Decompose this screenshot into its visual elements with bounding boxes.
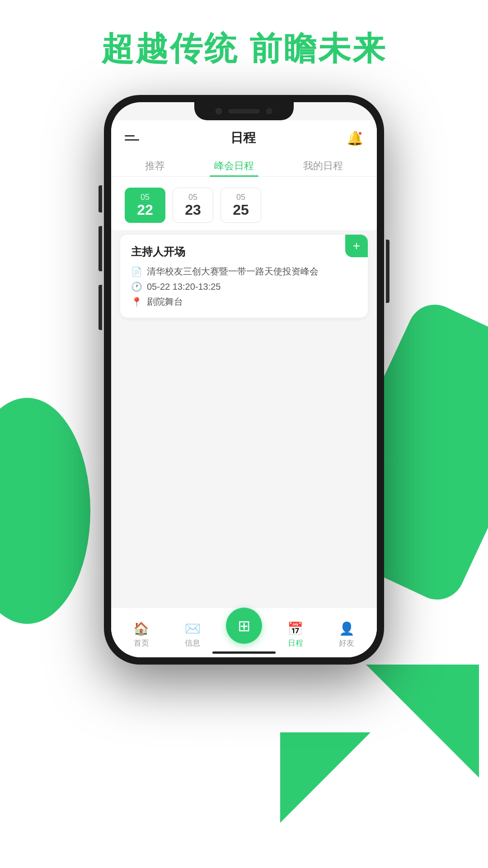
date-month-2: 05 bbox=[221, 193, 261, 202]
date-card-2[interactable]: 05 25 bbox=[221, 188, 261, 223]
front-camera bbox=[216, 108, 222, 114]
meta-row-time: 🕐 05-22 13:20-13:25 bbox=[131, 281, 357, 292]
plus-icon: + bbox=[353, 239, 360, 253]
nav-friends[interactable]: 👤 好友 bbox=[321, 621, 372, 648]
qr-button[interactable]: ⊞ bbox=[226, 608, 262, 644]
bg-decor-bottom bbox=[280, 732, 371, 823]
bg-decor-right-bottom bbox=[366, 665, 479, 778]
event-icon: 📄 bbox=[131, 266, 142, 277]
notification-badge bbox=[358, 131, 362, 136]
app-header: 日程 🔔 bbox=[111, 120, 377, 151]
tab-bar: 推荐 峰会日程 我的日程 bbox=[111, 151, 377, 177]
nav-message-label: 信息 bbox=[185, 638, 200, 648]
schedule-meta: 📄 清华校友三创大赛暨一带一路天使投资峰会 🕐 05-22 13:20-13:2… bbox=[131, 265, 357, 308]
date-picker: 05 22 05 23 05 25 bbox=[111, 177, 377, 230]
hamburger-button[interactable] bbox=[125, 135, 139, 141]
event-time: 05-22 13:20-13:25 bbox=[147, 282, 221, 292]
event-location: 剧院舞台 bbox=[147, 296, 183, 308]
tab-recommend[interactable]: 推荐 bbox=[136, 156, 174, 176]
nav-home[interactable]: 🏠 首页 bbox=[116, 621, 167, 648]
date-day-2: 25 bbox=[221, 202, 261, 218]
phone-screen: 日程 🔔 推荐 峰会日程 我的日程 05 22 05 bbox=[111, 102, 377, 657]
bg-decor-left bbox=[0, 398, 90, 624]
notification-button[interactable]: 🔔 bbox=[347, 130, 363, 146]
app-content: 日程 🔔 推荐 峰会日程 我的日程 05 22 05 bbox=[111, 120, 377, 657]
notch bbox=[194, 102, 294, 120]
phone-btn-vol-down bbox=[99, 285, 102, 330]
friends-icon: 👤 bbox=[339, 621, 355, 636]
date-card-0[interactable]: 05 22 bbox=[125, 188, 165, 223]
event-name: 清华校友三创大赛暨一带一路天使投资峰会 bbox=[147, 265, 319, 278]
phone-btn-vol-mute bbox=[99, 185, 102, 212]
schedule-icon: 📅 bbox=[287, 621, 303, 636]
clock-icon: 🕐 bbox=[131, 281, 142, 292]
schedule-title: 主持人开场 bbox=[131, 245, 357, 259]
home-indicator bbox=[212, 651, 276, 654]
phone-btn-vol-up bbox=[99, 226, 102, 271]
home-icon: 🏠 bbox=[133, 621, 149, 636]
date-day-1: 23 bbox=[173, 202, 213, 218]
nav-schedule[interactable]: 📅 日程 bbox=[270, 621, 321, 648]
nav-message[interactable]: ✉️ 信息 bbox=[167, 621, 219, 648]
sensor bbox=[266, 108, 272, 114]
message-icon: ✉️ bbox=[185, 621, 201, 636]
location-icon: 📍 bbox=[131, 297, 142, 307]
tab-mine[interactable]: 我的日程 bbox=[294, 156, 352, 176]
phone-btn-power bbox=[386, 240, 389, 303]
schedule-list: + 主持人开场 📄 清华校友三创大赛暨一带一路天使投资峰会 🕐 05-22 13… bbox=[111, 230, 377, 607]
bottom-nav: 🏠 首页 ✉️ 信息 ⊞ 📅 日程 👤 好 bbox=[111, 607, 377, 657]
date-card-1[interactable]: 05 23 bbox=[173, 188, 213, 223]
nav-friends-label: 好友 bbox=[339, 638, 354, 648]
hamburger-line-2 bbox=[125, 139, 139, 141]
nav-home-label: 首页 bbox=[134, 638, 149, 648]
nav-qr[interactable]: ⊞ bbox=[218, 608, 270, 644]
tab-summit[interactable]: 峰会日程 bbox=[205, 156, 263, 176]
date-day-0: 22 bbox=[125, 202, 165, 218]
phone-frame: 日程 🔔 推荐 峰会日程 我的日程 05 22 05 bbox=[104, 95, 384, 665]
headline: 超越传统 前瞻未来 bbox=[0, 27, 488, 71]
meta-row-event: 📄 清华校友三创大赛暨一带一路天使投资峰会 bbox=[131, 265, 357, 278]
add-to-schedule-button[interactable]: + bbox=[345, 235, 368, 257]
speaker bbox=[228, 109, 260, 113]
page-title: 日程 bbox=[230, 129, 256, 146]
date-month-0: 05 bbox=[125, 193, 165, 202]
nav-schedule-label: 日程 bbox=[288, 638, 303, 648]
hamburger-line-1 bbox=[125, 135, 135, 137]
meta-row-location: 📍 剧院舞台 bbox=[131, 296, 357, 308]
date-month-1: 05 bbox=[173, 193, 213, 202]
qr-icon: ⊞ bbox=[238, 617, 250, 635]
schedule-card: + 主持人开场 📄 清华校友三创大赛暨一带一路天使投资峰会 🕐 05-22 13… bbox=[120, 235, 368, 318]
